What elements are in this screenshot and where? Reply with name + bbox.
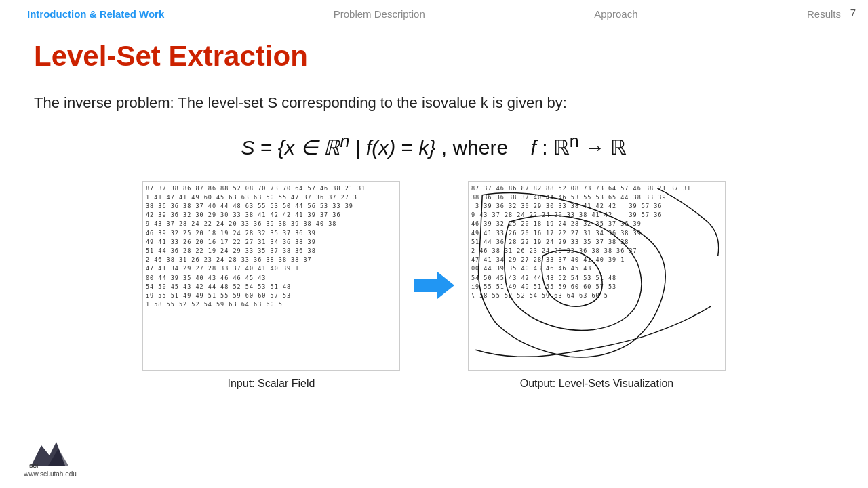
nav-item-problem[interactable]: Problem Description bbox=[334, 8, 425, 20]
logo-url: www.sci.utah.edu bbox=[24, 470, 77, 478]
main-content: Level-Set Extraction The inverse problem… bbox=[0, 20, 868, 403]
input-diagram: 87 37 38 86 87 86 88 52 08 70 73 70 64 5… bbox=[142, 181, 400, 390]
arrow-container bbox=[414, 272, 454, 299]
arrow-right-icon bbox=[414, 272, 454, 299]
nav-item-introduction[interactable]: Introduction & Related Work bbox=[27, 8, 164, 20]
math-formula: S = {x ∈ ℝn | f(x) = k} , where f : ℝn →… bbox=[34, 127, 834, 164]
output-label: Output: Level-Sets Visualization bbox=[520, 378, 674, 390]
description-text: The inverse problem: The level-set S cor… bbox=[34, 93, 834, 114]
output-diagram: 87 37 46 86 87 82 88 52 08 73 73 64 57 4… bbox=[468, 181, 726, 390]
slide-number: 7 bbox=[850, 7, 856, 18]
navigation-bar: Introduction & Related Work Problem Desc… bbox=[0, 0, 868, 20]
input-label: Input: Scalar Field bbox=[228, 378, 315, 390]
logo-area: SCI www.sci.utah.edu bbox=[24, 435, 77, 478]
sci-logo-icon: SCI bbox=[28, 435, 72, 469]
nav-item-approach[interactable]: Approach bbox=[594, 8, 637, 20]
nav-item-results[interactable]: Results bbox=[807, 8, 841, 20]
svg-marker-0 bbox=[414, 272, 454, 299]
diagrams-row: 87 37 38 86 87 86 88 52 08 70 73 70 64 5… bbox=[34, 181, 834, 390]
svg-text:SCI: SCI bbox=[29, 463, 38, 469]
where-word: where bbox=[452, 136, 508, 159]
output-grid: 87 37 46 86 87 82 88 52 08 73 73 64 57 4… bbox=[468, 181, 726, 371]
scalar-field-grid: 87 37 38 86 87 86 88 52 08 70 73 70 64 5… bbox=[142, 181, 400, 371]
slide-title: Level-Set Extraction bbox=[34, 40, 834, 73]
level-curves-svg bbox=[469, 182, 725, 370]
